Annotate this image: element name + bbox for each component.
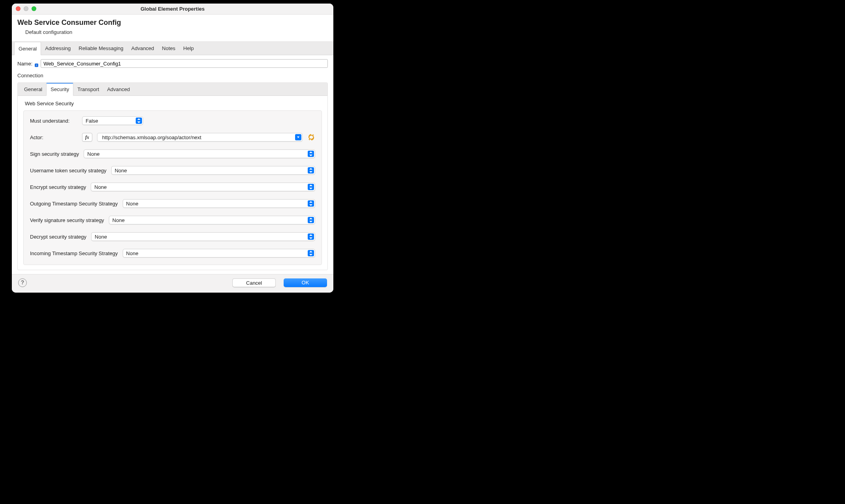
security-fields: Must understand: False Actor: fx http://… [23, 110, 322, 265]
label-username: Username token security strategy [30, 168, 107, 174]
chevron-down-icon [295, 134, 301, 140]
select-sign[interactable]: None [84, 149, 315, 158]
connection-label: Connection [17, 73, 328, 78]
dialog-window: Global Element Properties Web Service Co… [12, 4, 333, 293]
select-in-ts[interactable]: None [123, 249, 315, 258]
row-encrypt: Encrypt security strategy None [30, 183, 315, 191]
help-button[interactable]: ? [18, 278, 27, 287]
select-username-value: None [115, 168, 127, 174]
chevron-updown-icon [308, 250, 314, 256]
row-decrypt: Decrypt security strategy None [30, 232, 315, 241]
cancel-button[interactable]: Cancel [232, 278, 276, 287]
window-title: Global Element Properties [12, 4, 333, 15]
security-panel: Web Service Security Must understand: Fa… [18, 96, 327, 270]
name-row: Name: i [17, 59, 328, 68]
name-input[interactable] [41, 59, 328, 68]
conn-tab-general[interactable]: General [20, 83, 46, 95]
select-out-ts-value: None [126, 201, 138, 207]
conn-tab-security[interactable]: Security [46, 83, 73, 96]
select-encrypt[interactable]: None [91, 183, 315, 191]
chevron-updown-icon [308, 233, 314, 240]
select-username[interactable]: None [111, 166, 315, 175]
select-encrypt-value: None [94, 184, 107, 190]
label-in-ts: Incoming Timestamp Security Strategy [30, 250, 118, 256]
actor-combo[interactable]: http://schemas.xmlsoap.org/soap/actor/ne… [97, 133, 303, 142]
chevron-updown-icon [308, 151, 314, 157]
row-in-ts: Incoming Timestamp Security Strategy Non… [30, 249, 315, 258]
page-subtitle: Default configuration [25, 29, 328, 35]
tab-reliable-messaging[interactable]: Reliable Messaging [75, 42, 127, 55]
main-tabbar: General Addressing Reliable Messaging Ad… [12, 41, 333, 55]
info-icon: i [35, 63, 38, 67]
select-verify-value: None [112, 217, 125, 223]
chevron-updown-icon [308, 184, 314, 190]
select-decrypt[interactable]: None [91, 232, 315, 241]
connection-tabbar: General Security Transport Advanced [18, 83, 327, 96]
label-verify: Verify signature security strategy [30, 217, 104, 223]
conn-tab-advanced[interactable]: Advanced [103, 83, 134, 95]
name-label: Name: [17, 61, 32, 67]
label-encrypt: Encrypt security strategy [30, 184, 86, 190]
select-must-understand[interactable]: False [82, 116, 143, 125]
tab-general[interactable]: General [14, 42, 41, 55]
label-actor: Actor: [30, 134, 77, 140]
select-out-ts[interactable]: None [123, 199, 315, 208]
refresh-icon[interactable] [307, 133, 315, 141]
zoom-icon[interactable] [32, 6, 36, 11]
tab-help[interactable]: Help [179, 42, 198, 55]
connection-panel: General Security Transport Advanced Web … [17, 82, 328, 270]
footer-buttons: Cancel OK [232, 278, 327, 287]
window-controls [16, 6, 36, 11]
tab-notes[interactable]: Notes [158, 42, 179, 55]
row-out-ts: Outgoing Timestamp Security Strategy Non… [30, 199, 315, 208]
row-verify: Verify signature security strategy None [30, 216, 315, 224]
minimize-icon [24, 6, 28, 11]
label-out-ts: Outgoing Timestamp Security Strategy [30, 201, 118, 207]
select-sign-value: None [87, 151, 99, 157]
fx-button[interactable]: fx [82, 133, 92, 142]
footer: ? Cancel OK [12, 274, 333, 293]
conn-tab-transport[interactable]: Transport [73, 83, 103, 95]
row-actor: Actor: fx http://schemas.xmlsoap.org/soa… [30, 133, 315, 142]
label-must-understand: Must understand: [30, 118, 77, 124]
label-decrypt: Decrypt security strategy [30, 234, 86, 240]
ok-button[interactable]: OK [284, 278, 327, 287]
titlebar: Global Element Properties [12, 4, 333, 15]
select-must-understand-value: False [86, 118, 98, 124]
chevron-updown-icon [308, 217, 314, 223]
select-verify[interactable]: None [109, 216, 315, 224]
select-in-ts-value: None [126, 250, 138, 256]
select-decrypt-value: None [95, 234, 107, 240]
page-title: Web Service Consumer Config [17, 19, 328, 27]
label-sign: Sign security strategy [30, 151, 79, 157]
header: Web Service Consumer Config Default conf… [12, 15, 333, 41]
row-sign: Sign security strategy None [30, 149, 315, 158]
chevron-updown-icon [308, 167, 314, 174]
security-group-label: Web Service Security [25, 101, 322, 106]
chevron-updown-icon [308, 200, 314, 207]
actor-value: http://schemas.xmlsoap.org/soap/actor/ne… [102, 134, 201, 140]
tab-advanced[interactable]: Advanced [127, 42, 158, 55]
close-icon[interactable] [16, 6, 21, 11]
chevron-updown-icon [136, 118, 142, 124]
tab-addressing[interactable]: Addressing [41, 42, 75, 55]
row-must-understand: Must understand: False [30, 116, 315, 125]
row-username: Username token security strategy None [30, 166, 315, 175]
body: Name: i Connection General Security Tran… [12, 55, 333, 270]
